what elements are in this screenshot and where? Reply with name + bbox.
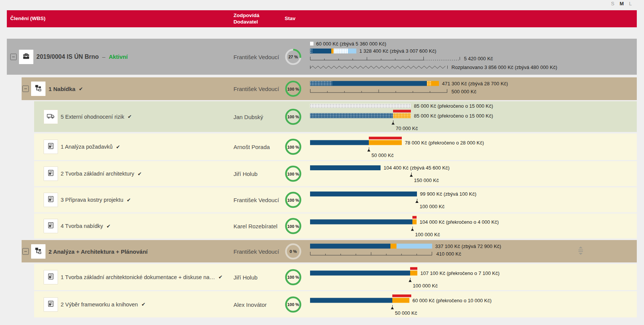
table-row-group-nabidka[interactable]: 1 Nabídka✔František Vedoucí100 %471 300 … <box>7 77 637 100</box>
progress-ring: 100 % <box>285 80 302 97</box>
row-title-block: 1 Analýza požadavků✔ <box>61 144 120 150</box>
bar-segment-ltblue <box>396 243 432 248</box>
budget-marker-label: 100 000 Kč <box>415 232 440 237</box>
budget-marker-label: 150 000 Kč <box>414 177 439 183</box>
owner-name: Jan Dubský <box>233 113 263 120</box>
planned-zigzag <box>310 64 449 71</box>
size-option-l[interactable]: L <box>629 1 632 6</box>
row-title-block: 2 Výběr frameworku a knihoven✔ <box>61 301 146 308</box>
cost-bar-label: 471 300 Kč (zbývá 28 700 Kč) <box>442 81 508 86</box>
task-icon <box>47 169 55 178</box>
over-budget-bar <box>392 294 411 297</box>
cost-lines: 471 300 Kč (zbývá 28 700 Kč)500 000 Kč <box>310 81 553 97</box>
table-row-task-tvorba-nabidky[interactable]: 4 Tvorba nabídky✔Karel Rozebíratel100 %1… <box>7 214 637 239</box>
row-title[interactable]: 2 Analýza + Architektura + Plánování <box>49 248 148 254</box>
task-icon <box>47 273 55 282</box>
size-switcher: S M L <box>611 1 638 6</box>
cost-lines: 104 000 Kč (překročeno o 4 000 Kč)100 00… <box>310 216 553 236</box>
type-icon-box <box>44 140 58 154</box>
owner-name: Jiří Holub <box>233 171 257 177</box>
table-row-task-priprava-kostry-projektu[interactable]: 3 Příprava kostry projektu✔František Ved… <box>7 187 637 212</box>
row-title-block: 1 Tvorba základní architektonické dokume… <box>61 274 223 280</box>
type-icon-box <box>44 193 58 207</box>
row-title-block: 2 Analýza + Architektura + Plánování <box>49 248 148 254</box>
budget-marker-icon <box>391 306 394 309</box>
budget-marker-label: 100 000 Kč <box>413 283 438 288</box>
bar-segment-navy <box>310 140 369 145</box>
row-title[interactable]: 2 Tvorba základní architektury <box>61 171 134 177</box>
row-title[interactable]: 2019/0004 IS ÚN Brno <box>36 53 99 60</box>
bar-segment-navy-wdot <box>310 113 393 118</box>
row-title-block: 2019/0004 IS ÚN Brno–Aktivní <box>36 53 128 60</box>
check-icon: ✔ <box>107 223 111 229</box>
cost-lines: 104 400 Kč (zbývá 45 600 Kč)150 000 Kč <box>310 165 553 182</box>
planned-zigzag-label: Rozplanovano 3 856 000 Kč (zbývá 480 000… <box>451 64 557 70</box>
cost-bar-label: 104 400 Kč (zbývá 45 600 Kč) <box>384 165 450 170</box>
bar-segments <box>310 192 417 196</box>
row-title[interactable]: 5 Externí ohodnocení rizik <box>61 114 124 120</box>
progress-ring: 100 % <box>285 268 302 286</box>
progress-ring: 100 % <box>285 296 302 313</box>
collapse-button[interactable] <box>10 53 17 60</box>
bar-segment-orange <box>412 220 417 225</box>
wbs-table: Členění (WBS) Zodpovídá Dodavatel Stav 2… <box>7 10 637 27</box>
title-separator: – <box>102 53 105 60</box>
bar-segment-ltblue <box>348 49 356 53</box>
progress-label: 27 % <box>285 48 302 65</box>
cost-bar-line: 78 000 Kč (překročeno o 28 000 Kč) <box>310 137 553 145</box>
progress-ring: 27 % <box>285 48 302 65</box>
table-row-project-is-un-brno[interactable]: 2019/0004 IS ÚN Brno–AktivníFrantišek Ve… <box>7 39 637 75</box>
table-row-task-analyza-pozadavku[interactable]: 1 Analýza požadavků✔Arnošt Porada100 %78… <box>7 133 637 160</box>
budget-ruler-line: 410 000 Kč <box>310 250 553 257</box>
table-row-group-analyza-architektura-planovani[interactable]: 2 Analýza + Architektura + PlánováníFran… <box>7 240 637 262</box>
budget-marker-label: 70 000 Kč <box>396 125 418 131</box>
bar-segments <box>310 270 417 275</box>
over-budget-bar <box>410 267 417 270</box>
bar-segment-navy <box>312 49 331 53</box>
swatch-line: 60 000 Kč (zbývá 5 360 000 Kč) <box>310 41 553 47</box>
cost-lines: 60 000 Kč (zbývá 5 360 000 Kč)1 328 400 … <box>310 41 553 73</box>
row-title[interactable]: 1 Analýza požadavků <box>61 144 113 150</box>
bar-segment-orange <box>392 298 409 303</box>
bar-segment-navy <box>310 270 410 275</box>
cost-bar-line: 471 300 Kč (zbývá 28 700 Kč) <box>310 81 553 86</box>
cost-lines: 78 000 Kč (překročeno o 28 000 Kč)50 000… <box>310 137 553 157</box>
row-title[interactable]: 2 Výběr frameworku a knihoven <box>61 301 138 308</box>
budget-marker-label: 50 000 Kč <box>371 152 394 158</box>
cost-bar-line: 1 328 400 Kč (zbývá 3 007 600 Kč) <box>310 49 553 53</box>
table-row-task-externi-ohodnoceni-rizik[interactable]: 5 Externí ohodnocení rizik✔Jan Dubský100… <box>7 101 637 132</box>
progress-label: 100 % <box>285 165 302 182</box>
sort-handle-icon[interactable] <box>577 246 584 257</box>
collapse-button[interactable] <box>22 86 29 92</box>
cost-bar-line: 104 400 Kč (zbývá 45 600 Kč) <box>310 165 553 170</box>
check-icon: ✔ <box>127 197 131 203</box>
header-owner: Zodpovídá Dodavatel <box>233 13 268 25</box>
planned-zigzag-line: Rozplanovano 3 856 000 Kč (zbývá 480 000… <box>310 64 553 71</box>
bar-segment-white-dot <box>310 104 411 108</box>
row-title[interactable]: 1 Tvorba základní architektonické dokume… <box>61 274 215 280</box>
cost-bar-label: 85 000 Kč (překročeno o 15 000 Kč) <box>414 113 493 118</box>
size-option-s[interactable]: S <box>611 1 614 6</box>
budget-marker-icon <box>392 122 395 124</box>
bar-segments <box>310 220 417 225</box>
row-title-block: 3 Příprava kostry projektu✔ <box>61 197 131 203</box>
budget-marker-line: 100 000 Kč <box>310 226 553 236</box>
cost-lines: 99 900 Kč (zbývá 100 Kč)100 000 Kč <box>310 192 553 208</box>
bar-segments <box>310 298 409 303</box>
row-title[interactable]: 1 Nabídka <box>49 86 75 92</box>
cost-bar-label: 85 000 Kč (překročeno o 15 000 Kč) <box>414 103 493 108</box>
table-row-task-tvorba-architektonicke-dokumentace[interactable]: 1 Tvorba základní architektonické dokume… <box>7 264 637 290</box>
check-icon: ✔ <box>218 274 223 280</box>
row-title[interactable]: 3 Příprava kostry projektu <box>61 197 123 203</box>
table-row-task-tvorba-zakladni-architektury[interactable]: 2 Tvorba základní architektury✔Jiří Holu… <box>7 161 637 186</box>
size-option-m[interactable]: M <box>620 1 624 6</box>
cost-bar-label: 60 000 Kč (překročeno o 10 000 Kč) <box>412 298 492 303</box>
budget-marker-line: 150 000 Kč <box>310 172 553 182</box>
bar-segment-orange <box>410 270 417 275</box>
collapse-button[interactable] <box>22 248 29 254</box>
table-row-task-vyber-frameworku[interactable]: 2 Výběr frameworku a knihoven✔Alex Inová… <box>7 291 637 317</box>
bar-segment-navy-wdot <box>310 81 332 86</box>
row-title[interactable]: 4 Tvorba nabídky <box>61 223 103 229</box>
budget-ruler-label: 500 000 Kč <box>451 88 476 94</box>
bar-segment-navy <box>310 298 392 303</box>
